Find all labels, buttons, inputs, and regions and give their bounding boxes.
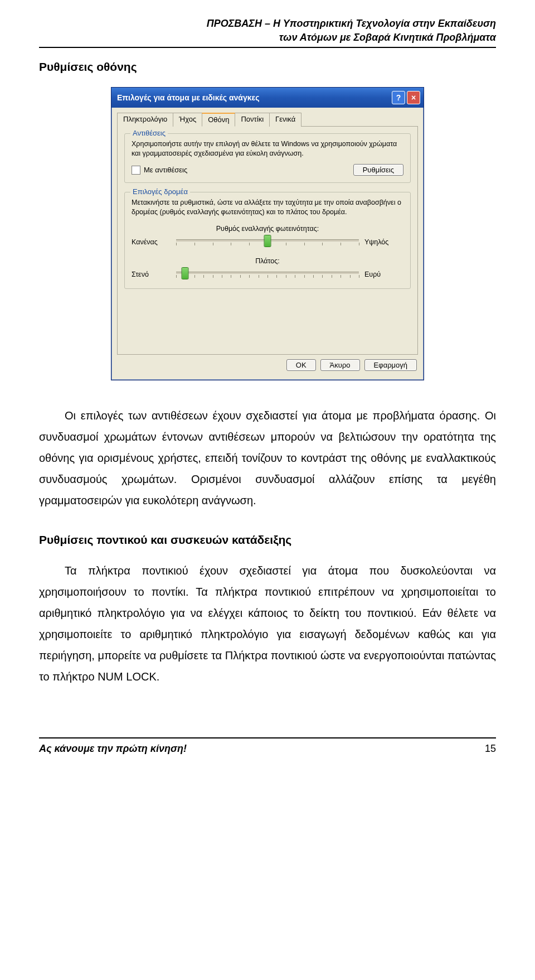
groupbox-contrast: Αντιθέσεις Χρησιμοποιήστε αυτήν την επιλ… [124,133,411,183]
header-rule [39,47,496,48]
legend-contrast: Αντιθέσεις [130,129,168,137]
close-icon[interactable]: × [407,91,420,104]
cancel-button[interactable]: Άκυρο [320,359,360,371]
groupbox-cursor: Επιλογές δρομέα Μετακινήστε τα ρυθμιστικ… [124,192,411,289]
tab-mouse[interactable]: Ποντίκι [235,113,270,127]
slider1-right-label: Υψηλός [364,238,403,246]
tabs: Πληκτρολόγιο Ήχος Οθόνη Ποντίκι Γενικά [117,112,418,127]
slider2-title: Πλάτος: [132,257,403,265]
slider-thumb-icon[interactable] [264,235,271,247]
tab-keyboard[interactable]: Πληκτρολόγιο [117,113,173,127]
footer-text: Ας κάνουμε την πρώτη κίνηση! [39,743,187,755]
tabpanel-display: Αντιθέσεις Χρησιμοποιήστε αυτήν την επιλ… [117,127,418,355]
tab-sound[interactable]: Ήχος [173,113,202,127]
footer-rule [39,737,496,738]
paragraph-mouse-keys: Τα πλήκτρα ποντικιού έχουν σχεδιαστεί γι… [39,560,496,687]
section-heading-mouse-settings: Ρυθμίσεις ποντικού και συσκευών κατάδειξ… [39,533,496,547]
width-slider[interactable] [176,267,359,282]
help-icon[interactable]: ? [392,91,405,104]
paragraph-contrast-options: Οι επιλογές των αντιθέσεων έχουν σχεδιασ… [39,405,496,511]
dialog-button-row: OK Άκυρο Εφαρμογή [117,355,418,374]
apply-button[interactable]: Εφαρμογή [364,359,417,371]
contrast-desc: Χρησιμοποιήστε αυτήν την επιλογή αν θέλε… [132,139,403,158]
section-heading-display-settings: Ρυθμίσεις οθόνης [39,60,496,74]
cursor-desc: Μετακινήστε τα ρυθμιστικά, ώστε να αλλάξ… [132,198,403,217]
blink-rate-slider[interactable] [176,235,359,249]
slider2-right-label: Ευρύ [364,271,403,278]
settings-button[interactable]: Ρυθμίσεις [353,164,403,176]
slider1-left-label: Κανένας [132,238,171,246]
checkbox-label: Με αντιθέσεις [144,166,187,174]
tab-general[interactable]: Γενικά [269,113,301,127]
page-number: 15 [485,743,496,755]
titlebar[interactable]: Επιλογές για άτομα με ειδικές ανάγκες ? … [111,88,424,108]
header-line2: των Ατόμων με Σοβαρά Κινητικά Προβλήματα [39,31,496,45]
ok-button[interactable]: OK [286,359,316,371]
tab-display[interactable]: Οθόνη [202,113,235,127]
running-header: ΠΡΟΣΒΑΣΗ – Η Υποστηρικτική Τεχνολογία στ… [39,17,496,45]
accessibility-dialog: Επιλογές για άτομα με ειδικές ανάγκες ? … [111,87,424,380]
checkbox-high-contrast[interactable] [132,166,140,175]
legend-cursor: Επιλογές δρομέα [130,187,190,196]
slider2-left-label: Στενό [132,271,171,278]
slider1-title: Ρυθμός εναλλαγής φωτεινότητας: [132,225,403,233]
slider-thumb-icon[interactable] [182,267,189,279]
window-title: Επιλογές για άτομα με ειδικές ανάγκες [117,93,390,102]
header-line1: ΠΡΟΣΒΑΣΗ – Η Υποστηρικτική Τεχνολογία στ… [39,17,496,31]
